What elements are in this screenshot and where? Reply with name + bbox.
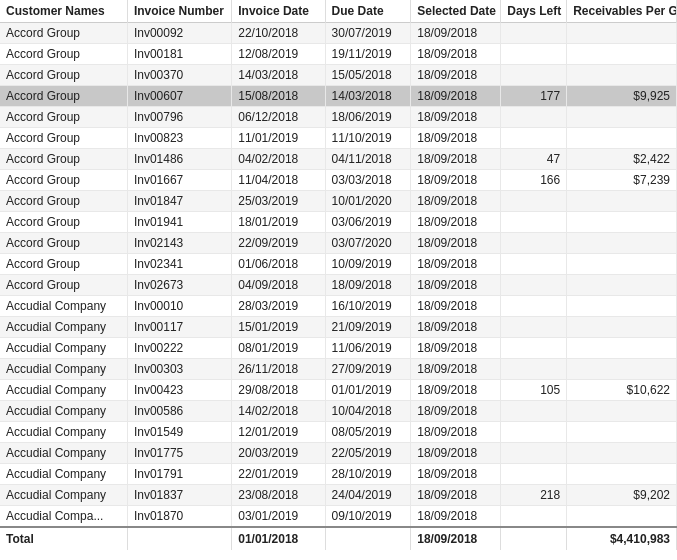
cell-selected-date: 18/09/2018 bbox=[411, 128, 501, 149]
cell-invoice-date: 29/08/2018 bbox=[232, 380, 325, 401]
cell-receivables bbox=[567, 422, 677, 443]
cell-invoice-date: 04/09/2018 bbox=[232, 275, 325, 296]
cell-receivables bbox=[567, 443, 677, 464]
cell-days-left bbox=[501, 254, 567, 275]
cell-due-date: 11/06/2019 bbox=[325, 338, 411, 359]
cell-customer: Accudial Company bbox=[0, 296, 127, 317]
cell-due-date: 14/03/2018 bbox=[325, 86, 411, 107]
cell-days-left bbox=[501, 443, 567, 464]
footer-label: Total bbox=[0, 527, 127, 550]
cell-customer: Accord Group bbox=[0, 149, 127, 170]
cell-due-date: 18/09/2018 bbox=[325, 275, 411, 296]
cell-receivables: $7,239 bbox=[567, 170, 677, 191]
cell-invoice-number: Inv00370 bbox=[127, 65, 231, 86]
cell-invoice-number: Inv01667 bbox=[127, 170, 231, 191]
cell-selected-date: 18/09/2018 bbox=[411, 359, 501, 380]
cell-receivables bbox=[567, 401, 677, 422]
cell-customer: Accord Group bbox=[0, 44, 127, 65]
table-row: Accudial CompanyInv0177520/03/201922/05/… bbox=[0, 443, 677, 464]
cell-customer: Accord Group bbox=[0, 128, 127, 149]
cell-receivables bbox=[567, 191, 677, 212]
cell-days-left: 218 bbox=[501, 485, 567, 506]
table-row: Accord GroupInv0234101/06/201810/09/2019… bbox=[0, 254, 677, 275]
header-days-left: Days Left bbox=[501, 0, 567, 23]
cell-days-left bbox=[501, 422, 567, 443]
footer-selected-date: 18/09/2018 bbox=[411, 527, 501, 550]
cell-invoice-number: Inv00181 bbox=[127, 44, 231, 65]
cell-invoice-date: 03/01/2019 bbox=[232, 506, 325, 528]
cell-due-date: 15/05/2018 bbox=[325, 65, 411, 86]
cell-customer: Accudial Compa... bbox=[0, 506, 127, 528]
cell-invoice-number: Inv02341 bbox=[127, 254, 231, 275]
table-row: Accord GroupInv0214322/09/201903/07/2020… bbox=[0, 233, 677, 254]
cell-selected-date: 18/09/2018 bbox=[411, 485, 501, 506]
cell-selected-date: 18/09/2018 bbox=[411, 86, 501, 107]
cell-selected-date: 18/09/2018 bbox=[411, 338, 501, 359]
cell-invoice-number: Inv01941 bbox=[127, 212, 231, 233]
footer-due-date bbox=[325, 527, 411, 550]
cell-days-left bbox=[501, 212, 567, 233]
cell-receivables: $9,925 bbox=[567, 86, 677, 107]
cell-receivables bbox=[567, 128, 677, 149]
cell-invoice-date: 06/12/2018 bbox=[232, 107, 325, 128]
cell-selected-date: 18/09/2018 bbox=[411, 254, 501, 275]
cell-selected-date: 18/09/2018 bbox=[411, 317, 501, 338]
cell-invoice-number: Inv02673 bbox=[127, 275, 231, 296]
cell-due-date: 10/01/2020 bbox=[325, 191, 411, 212]
cell-due-date: 03/06/2019 bbox=[325, 212, 411, 233]
table-row: Accord GroupInv0082311/01/201911/10/2019… bbox=[0, 128, 677, 149]
table-row: Accord GroupInv0194118/01/201903/06/2019… bbox=[0, 212, 677, 233]
cell-days-left bbox=[501, 65, 567, 86]
cell-receivables bbox=[567, 506, 677, 528]
cell-days-left bbox=[501, 506, 567, 528]
cell-due-date: 19/11/2019 bbox=[325, 44, 411, 65]
footer-receivables: $4,410,983 bbox=[567, 527, 677, 550]
cell-due-date: 10/04/2018 bbox=[325, 401, 411, 422]
cell-due-date: 28/10/2019 bbox=[325, 464, 411, 485]
table-row: Accudial Compa...Inv0187003/01/201909/10… bbox=[0, 506, 677, 528]
cell-customer: Accord Group bbox=[0, 107, 127, 128]
cell-invoice-date: 12/08/2019 bbox=[232, 44, 325, 65]
cell-invoice-date: 11/04/2018 bbox=[232, 170, 325, 191]
cell-customer: Accord Group bbox=[0, 86, 127, 107]
header-invoice-number: Invoice Number bbox=[127, 0, 231, 23]
header-receivables: Receivables Per Group bbox=[567, 0, 677, 23]
cell-receivables bbox=[567, 233, 677, 254]
cell-invoice-date: 14/03/2018 bbox=[232, 65, 325, 86]
cell-days-left bbox=[501, 128, 567, 149]
header-selected-date: Selected Date bbox=[411, 0, 501, 23]
cell-receivables: $10,622 bbox=[567, 380, 677, 401]
cell-receivables bbox=[567, 23, 677, 44]
cell-days-left bbox=[501, 275, 567, 296]
cell-invoice-date: 12/01/2019 bbox=[232, 422, 325, 443]
table-row: Accudial CompanyInv0030326/11/201827/09/… bbox=[0, 359, 677, 380]
cell-days-left bbox=[501, 359, 567, 380]
cell-invoice-number: Inv01549 bbox=[127, 422, 231, 443]
table-row: Accudial CompanyInv0058614/02/201810/04/… bbox=[0, 401, 677, 422]
cell-selected-date: 18/09/2018 bbox=[411, 44, 501, 65]
cell-customer: Accord Group bbox=[0, 254, 127, 275]
invoices-table: Customer Names Invoice Number Invoice Da… bbox=[0, 0, 677, 550]
table-row: Accord GroupInv0060715/08/201814/03/2018… bbox=[0, 86, 677, 107]
cell-invoice-number: Inv00222 bbox=[127, 338, 231, 359]
cell-days-left bbox=[501, 317, 567, 338]
cell-invoice-number: Inv01870 bbox=[127, 506, 231, 528]
cell-selected-date: 18/09/2018 bbox=[411, 65, 501, 86]
table-row: Accudial CompanyInv0154912/01/201908/05/… bbox=[0, 422, 677, 443]
cell-invoice-number: Inv00586 bbox=[127, 401, 231, 422]
cell-invoice-number: Inv00117 bbox=[127, 317, 231, 338]
cell-customer: Accudial Company bbox=[0, 359, 127, 380]
cell-customer: Accord Group bbox=[0, 65, 127, 86]
cell-receivables: $9,202 bbox=[567, 485, 677, 506]
cell-invoice-number: Inv00823 bbox=[127, 128, 231, 149]
cell-days-left: 105 bbox=[501, 380, 567, 401]
cell-invoice-date: 20/03/2019 bbox=[232, 443, 325, 464]
cell-receivables bbox=[567, 317, 677, 338]
cell-due-date: 24/04/2019 bbox=[325, 485, 411, 506]
cell-due-date: 10/09/2019 bbox=[325, 254, 411, 275]
cell-invoice-date: 22/09/2019 bbox=[232, 233, 325, 254]
cell-invoice-date: 18/01/2019 bbox=[232, 212, 325, 233]
table-row: Accudial CompanyInv0011715/01/201921/09/… bbox=[0, 317, 677, 338]
cell-invoice-number: Inv02143 bbox=[127, 233, 231, 254]
table-row: Accord GroupInv0018112/08/201919/11/2019… bbox=[0, 44, 677, 65]
